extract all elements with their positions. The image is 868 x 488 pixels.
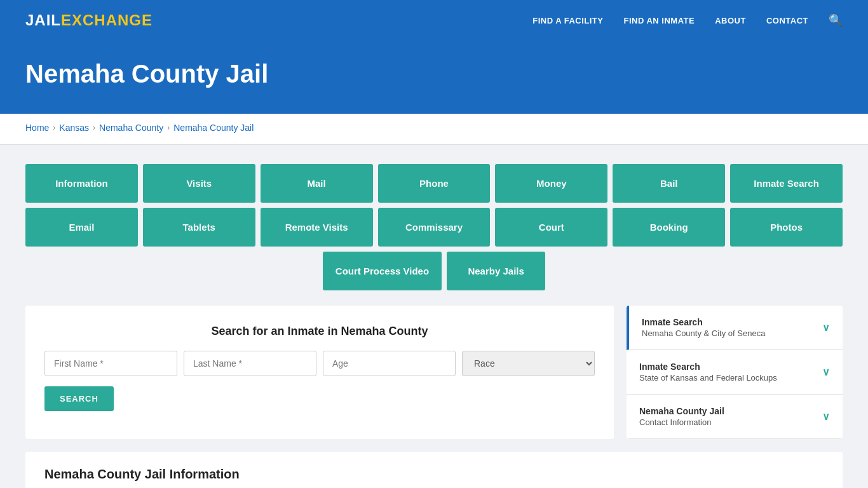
sidebar-item-3-subtitle: Contact Information [639, 417, 724, 427]
last-name-input[interactable] [184, 351, 316, 376]
lower-section: Search for an Inmate in Nemaha County Ra… [25, 306, 843, 439]
breadcrumb-sep-2: › [93, 123, 95, 132]
sidebar-item-1-subtitle: Nemaha County & City of Seneca [642, 329, 765, 338]
breadcrumb-sep-1: › [53, 123, 55, 132]
search-button[interactable]: SEARCH [44, 386, 114, 411]
btn-visits[interactable]: Visits [143, 164, 255, 203]
breadcrumb-home[interactable]: Home [25, 123, 49, 133]
btn-court-process-video[interactable]: Court Process Video [323, 252, 442, 290]
logo-jail: JAIL [25, 11, 61, 29]
nav-find-facility[interactable]: FIND A FACILITY [532, 16, 603, 25]
btn-phone[interactable]: Phone [378, 164, 491, 203]
breadcrumb-bar: Home › Kansas › Nemaha County › Nemaha C… [0, 114, 868, 145]
btn-photos[interactable]: Photos [730, 208, 843, 247]
btn-booking[interactable]: Booking [613, 208, 725, 247]
btn-nearby-jails[interactable]: Nearby Jails [447, 252, 545, 290]
btn-remote-visits[interactable]: Remote Visits [261, 208, 373, 247]
search-heading: Search for an Inmate in Nemaha County [44, 325, 595, 338]
btn-tablets[interactable]: Tablets [143, 208, 255, 247]
btn-mail[interactable]: Mail [261, 164, 373, 203]
sidebar-item-1-title: Inmate Search [642, 317, 765, 327]
sidebar-item-3-title: Nemaha County Jail [639, 406, 724, 416]
sidebar-item-2[interactable]: Inmate Search State of Kansas and Federa… [627, 350, 843, 395]
btn-money[interactable]: Money [495, 164, 607, 203]
breadcrumb-current: Nemaha County Jail [173, 123, 254, 133]
main-nav: FIND A FACILITY FIND AN INMATE ABOUT CON… [532, 13, 843, 27]
btn-court[interactable]: Court [495, 208, 607, 247]
sidebar-item-3-text: Nemaha County Jail Contact Information [639, 406, 724, 427]
nav-about[interactable]: ABOUT [715, 16, 746, 25]
chevron-down-icon-3: ∨ [822, 410, 830, 423]
site-header: JAILEXCHANGE FIND A FACILITY FIND AN INM… [0, 0, 868, 41]
sidebar-item-1[interactable]: Inmate Search Nemaha County & City of Se… [627, 306, 843, 350]
chevron-down-icon-1: ∨ [822, 322, 830, 334]
btn-commissary[interactable]: Commissary [378, 208, 491, 247]
site-logo[interactable]: JAILEXCHANGE [25, 11, 153, 29]
buttons-row1: Information Visits Mail Phone Money Bail… [25, 164, 843, 203]
btn-information[interactable]: Information [25, 164, 138, 203]
title-bar: Nemaha County Jail [0, 41, 868, 114]
buttons-row2: Email Tablets Remote Visits Commissary C… [25, 208, 843, 247]
breadcrumb: Home › Kansas › Nemaha County › Nemaha C… [25, 123, 843, 133]
logo-exchange: EXCHANGE [61, 11, 153, 29]
sidebar-item-1-text: Inmate Search Nemaha County & City of Se… [642, 317, 765, 338]
buttons-row3: Court Process Video Nearby Jails [25, 252, 843, 290]
sidebar-item-2-title: Inmate Search [639, 362, 777, 372]
page-title: Nemaha County Jail [25, 60, 843, 88]
chevron-down-icon-2: ∨ [822, 366, 830, 378]
first-name-input[interactable] [44, 351, 177, 376]
search-box: Search for an Inmate in Nemaha County Ra… [25, 306, 614, 439]
sidebar-item-2-text: Inmate Search State of Kansas and Federa… [639, 362, 777, 383]
breadcrumb-sep-3: › [167, 123, 170, 132]
race-select[interactable]: Race White Black Hispanic Asian Other [462, 351, 595, 376]
btn-inmate-search[interactable]: Inmate Search [730, 164, 843, 203]
sidebar: Inmate Search Nemaha County & City of Se… [627, 306, 843, 439]
info-section: Nemaha County Jail Information [25, 452, 843, 488]
btn-bail[interactable]: Bail [613, 164, 725, 203]
breadcrumb-kansas[interactable]: Kansas [59, 123, 89, 133]
search-fields: Race White Black Hispanic Asian Other [44, 351, 595, 376]
btn-email[interactable]: Email [25, 208, 138, 247]
sidebar-item-3[interactable]: Nemaha County Jail Contact Information ∨ [627, 395, 843, 439]
info-heading: Nemaha County Jail Information [44, 467, 824, 482]
nav-find-inmate[interactable]: FIND AN INMATE [623, 16, 695, 25]
main-content: Information Visits Mail Phone Money Bail… [0, 145, 868, 488]
nav-contact[interactable]: CONTACT [766, 16, 808, 25]
search-icon-button[interactable]: 🔍 [829, 13, 843, 27]
sidebar-item-2-subtitle: State of Kansas and Federal Lockups [639, 373, 777, 383]
breadcrumb-nemaha-county[interactable]: Nemaha County [99, 123, 163, 133]
age-input[interactable] [323, 351, 456, 376]
